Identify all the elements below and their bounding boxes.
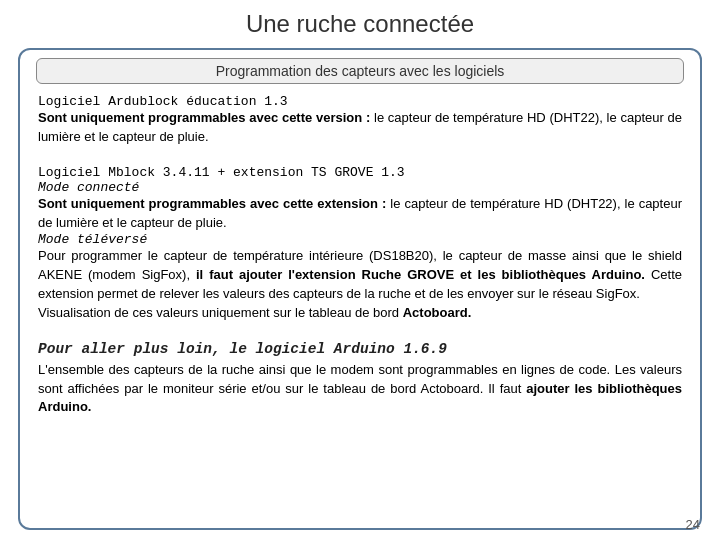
page-title: Une ruche connectée [246,10,474,38]
ardublock-bold: Sont uniquement programmables avec cette… [38,110,374,125]
mode-televerser-label: Mode téléversé [38,232,682,247]
arduino-section: Pour aller plus loin, le logiciel Arduin… [38,341,682,418]
ardublock-section: Logiciel Ardublock éducation 1.3 Sont un… [38,94,682,147]
mode-connected-label: Mode connecté [38,180,682,195]
ardublock-header: Logiciel Ardublock éducation 1.3 [38,94,682,109]
mblock-text1: Sont uniquement programmables avec cette… [38,195,682,233]
page-number: 24 [686,517,700,532]
mblock-text3: Visualisation de ces valeurs uniquement … [38,304,682,323]
mblock-text2: Pour programmer le capteur de températur… [38,247,682,304]
main-box: Programmation des capteurs avec les logi… [18,48,702,530]
subtitle-bar: Programmation des capteurs avec les logi… [36,58,684,84]
mblock-actoboard: Actoboard. [403,305,472,320]
mblock-body3a: Visualisation de ces valeurs uniquement … [38,305,403,320]
ardublock-text: Sont uniquement programmables avec cette… [38,109,682,147]
mblock-bold2: il faut ajouter l'extension Ruche GROVE … [196,267,645,282]
arduino-header: Pour aller plus loin, le logiciel Arduin… [38,341,682,357]
mblock-header: Logiciel Mblock 3.4.11 + extension TS GR… [38,165,682,180]
page-container: Une ruche connectée Programmation des ca… [0,0,720,540]
arduino-text: L'ensemble des capteurs de la ruche ains… [38,361,682,418]
mblock-bold1: Sont uniquement programmables avec cette… [38,196,390,211]
mblock-section: Logiciel Mblock 3.4.11 + extension TS GR… [38,165,682,323]
content-area: Logiciel Ardublock éducation 1.3 Sont un… [20,90,700,528]
